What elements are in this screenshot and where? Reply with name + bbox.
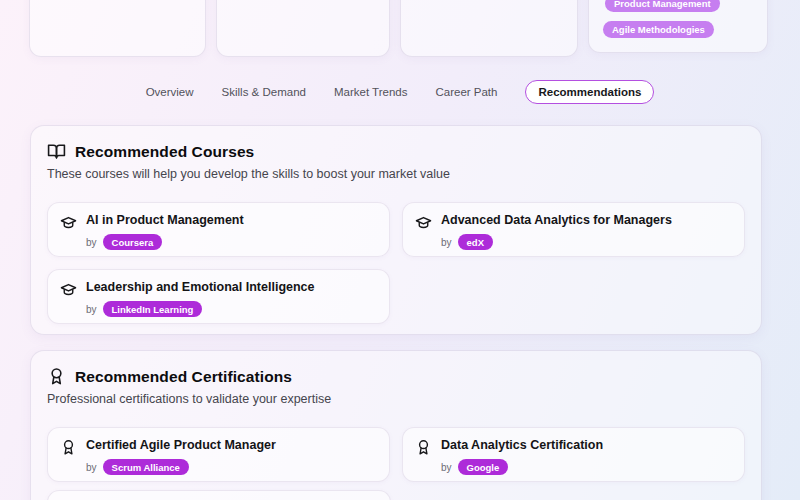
provider-badge: LinkedIn Learning [103, 301, 203, 317]
certifications-section-title: Recommended Certifications [75, 368, 292, 386]
courses-section-header: Recommended Courses [47, 142, 745, 161]
tab-skills-demand[interactable]: Skills & Demand [222, 86, 306, 98]
graduation-cap-icon [60, 281, 77, 298]
courses-section-title: Recommended Courses [75, 143, 254, 161]
by-label: by [441, 237, 452, 248]
tab-overview[interactable]: Overview [146, 86, 194, 98]
course-title: Advanced Data Analytics for Managers [441, 213, 672, 227]
provider-badge: Google [458, 459, 509, 475]
recommended-certifications-section: Recommended Certifications Professional … [30, 350, 762, 500]
provider-badge: Coursera [103, 234, 163, 250]
tab-market-trends[interactable]: Market Trends [334, 86, 408, 98]
top-card-3 [400, 0, 578, 57]
by-label: by [86, 462, 97, 473]
top-card-2 [216, 0, 390, 57]
certification-title: Certified Agile Product Manager [86, 438, 276, 452]
provider-badge: edX [458, 234, 493, 250]
skill-badge: Product Management [605, 0, 720, 12]
certification-card[interactable]: Data Analytics Certification by Google [402, 427, 745, 482]
tab-career-path[interactable]: Career Path [435, 86, 497, 98]
graduation-cap-icon [415, 214, 432, 231]
certification-card[interactable]: Certified Agile Product Manager by Scrum… [47, 427, 390, 482]
top-card-1 [29, 0, 206, 57]
graduation-cap-icon [60, 214, 77, 231]
by-label: by [86, 304, 97, 315]
tab-bar: Overview Skills & Demand Market Trends C… [0, 78, 800, 106]
course-title: Leadership and Emotional Intelligence [86, 280, 315, 294]
award-icon [47, 367, 66, 386]
tab-recommendations[interactable]: Recommendations [525, 80, 654, 104]
course-title: AI in Product Management [86, 213, 244, 227]
course-card[interactable]: AI in Product Management by Coursera [47, 202, 390, 257]
by-label: by [86, 237, 97, 248]
certification-title: Data Analytics Certification [441, 438, 603, 452]
certification-card-cut [47, 490, 391, 500]
courses-section-subtitle: These courses will help you develop the … [47, 167, 745, 181]
certifications-section-header: Recommended Certifications [47, 367, 745, 386]
course-card[interactable]: Advanced Data Analytics for Managers by … [402, 202, 745, 257]
top-card-skills: Product Management Agile Methodologies [588, 0, 768, 53]
courses-grid: AI in Product Management by Coursera Adv… [47, 202, 745, 324]
award-icon [60, 439, 77, 456]
award-icon [415, 439, 432, 456]
by-label: by [441, 462, 452, 473]
provider-badge: Scrum Alliance [103, 459, 189, 475]
skill-badge: Agile Methodologies [603, 21, 714, 38]
certifications-grid: Certified Agile Product Manager by Scrum… [47, 427, 745, 482]
recommended-courses-section: Recommended Courses These courses will h… [30, 125, 762, 335]
book-open-icon [47, 142, 66, 161]
course-card[interactable]: Leadership and Emotional Intelligence by… [47, 269, 390, 324]
certifications-section-subtitle: Professional certifications to validate … [47, 392, 745, 406]
